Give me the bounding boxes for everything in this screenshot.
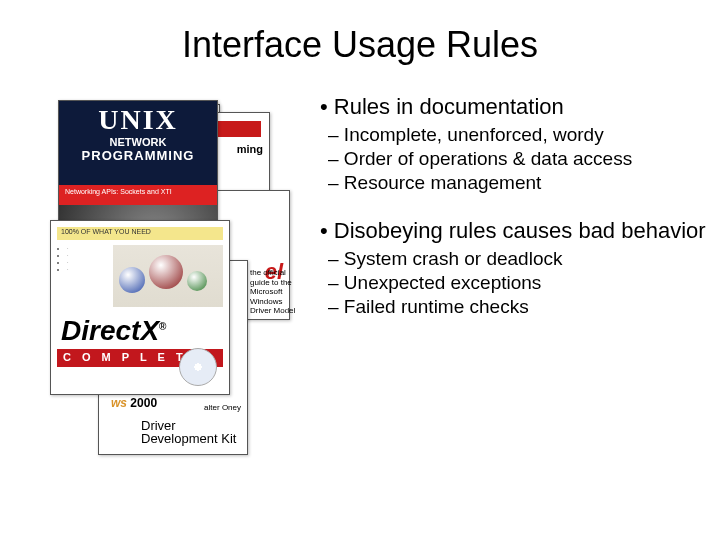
- bullet-disobey-crash: – System crash or deadlock: [328, 248, 708, 270]
- book-dx-title: DirectX®: [61, 315, 219, 347]
- bullet-column: • Rules in documentation – Incomplete, u…: [290, 90, 708, 450]
- book-dx-artwork: [113, 245, 223, 307]
- bullet-rules-resource: – Resource management: [328, 172, 708, 194]
- bullet-rules-order: – Order of operations & data access: [328, 148, 708, 170]
- book-unix-header: UNIX NETWORK PROGRAMMING: [59, 101, 217, 185]
- content-area: ming ws el Microsoft the official guide …: [0, 82, 720, 458]
- bullet-disobey-checks: – Failed runtime checks: [328, 296, 708, 318]
- bullet-disobey: • Disobeying rules causes bad behavior: [320, 218, 708, 244]
- bullet-disobey-exceptions: – Unexpected exceptions: [328, 272, 708, 294]
- book-stack-graphic: ming ws el Microsoft the official guide …: [40, 90, 290, 450]
- book-ddk-author: alter Oney: [204, 403, 241, 412]
- slide-title: Interface Usage Rules: [0, 0, 720, 82]
- cd-icon: [179, 348, 217, 386]
- book-directx: 100% OF WHAT YOU NEED ···· DirectX® C O …: [50, 220, 230, 395]
- book-dx-topbar: 100% OF WHAT YOU NEED: [57, 227, 223, 240]
- book-unix-title: UNIX: [59, 101, 217, 136]
- book-ddk-title: Driver Development Kit: [141, 419, 236, 446]
- book-unix-sub1: NETWORK: [59, 136, 217, 148]
- book-ddk-ws: ws 2000: [111, 396, 157, 410]
- bullet-rules: • Rules in documentation: [320, 94, 708, 120]
- book-official-caption: the official guide to the Microsoft Wind…: [250, 268, 300, 316]
- book-unix-band: Networking APIs: Sockets and XTI: [59, 185, 217, 205]
- bullet-rules-incomplete: – Incomplete, unenforced, wordy: [328, 124, 708, 146]
- book-fragment-ming: ming: [237, 143, 263, 155]
- book-unix-sub2: PROGRAMMING: [59, 148, 217, 163]
